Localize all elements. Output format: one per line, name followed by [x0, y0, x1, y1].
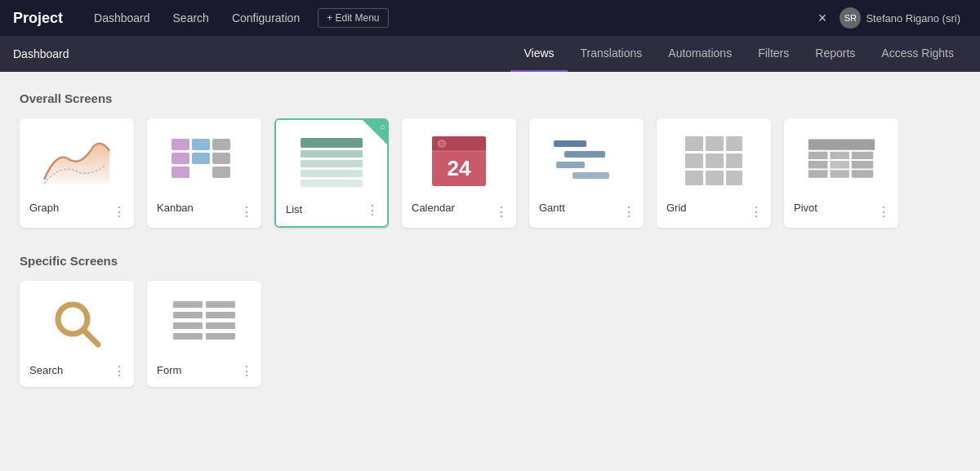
svg-rect-37 — [830, 161, 849, 168]
svg-rect-39 — [808, 170, 827, 177]
svg-rect-20 — [564, 151, 605, 158]
overall-screens-row: Graph ⋮ Kanban — [20, 118, 960, 228]
user-name: Stefano Rigano (sri) — [866, 12, 960, 24]
svg-rect-45 — [206, 301, 235, 308]
card-kanban-label: Kanban — [157, 202, 194, 214]
svg-rect-12 — [301, 180, 363, 187]
card-kanban-menu[interactable]: ⋮ — [240, 204, 253, 220]
svg-rect-29 — [685, 171, 703, 185]
main-content: Overall Screens Graph — [0, 72, 980, 471]
card-calendar-icon-area: 24 — [412, 128, 506, 193]
top-navigation: Project Dashboard Search Configuration +… — [0, 0, 980, 36]
grid-icon — [684, 135, 745, 188]
card-list-label: List — [286, 203, 302, 216]
svg-rect-8 — [301, 138, 363, 148]
specific-screens-title: Specific Screens — [20, 254, 960, 268]
second-navigation: Dashboard Views Translations Automations… — [0, 36, 980, 72]
card-gantt-label: Gantt — [539, 202, 565, 214]
svg-rect-41 — [851, 170, 872, 177]
svg-rect-25 — [726, 136, 742, 151]
svg-line-43 — [83, 330, 98, 344]
card-form[interactable]: Form ⋮ — [147, 281, 261, 387]
svg-rect-36 — [808, 161, 827, 168]
user-info: SR Stefano Rigano (sri) — [833, 7, 967, 29]
home-icon: ⌂ — [381, 122, 385, 131]
tab-automations[interactable]: Automations — [655, 36, 745, 72]
svg-rect-35 — [851, 152, 872, 159]
card-grid-label: Grid — [666, 202, 687, 214]
svg-rect-33 — [808, 152, 827, 159]
svg-rect-34 — [830, 152, 849, 159]
overall-screens-title: Overall Screens — [20, 91, 960, 105]
card-gantt-menu[interactable]: ⋮ — [622, 204, 635, 220]
edit-menu-button[interactable]: + Edit Menu — [318, 8, 388, 28]
svg-rect-27 — [706, 153, 724, 168]
kanban-icon — [170, 135, 239, 188]
svg-rect-9 — [301, 150, 363, 158]
card-list-menu[interactable]: ⋮ — [366, 202, 379, 218]
svg-rect-23 — [685, 136, 703, 151]
tab-views[interactable]: Views — [510, 36, 567, 72]
card-calendar-label: Calendar — [412, 202, 455, 214]
card-list[interactable]: ⌂ List ⋮ — [274, 118, 389, 228]
graph-icon — [40, 135, 114, 188]
card-search-icon-area — [29, 291, 124, 356]
svg-rect-26 — [685, 153, 703, 168]
svg-rect-2 — [172, 167, 189, 178]
card-pivot-menu[interactable]: ⋮ — [877, 204, 890, 220]
breadcrumb: Dashboard — [13, 47, 69, 60]
svg-rect-51 — [206, 333, 235, 340]
svg-point-17 — [439, 141, 444, 146]
svg-rect-44 — [173, 301, 203, 308]
card-calendar[interactable]: 24 Calendar ⋮ — [402, 118, 516, 228]
card-graph-menu[interactable]: ⋮ — [113, 204, 126, 220]
card-grid[interactable]: Grid ⋮ — [657, 118, 771, 228]
card-form-menu[interactable]: ⋮ — [240, 363, 253, 379]
svg-rect-28 — [726, 153, 742, 168]
specific-screens-row: Search ⋮ Form ⋮ — [20, 281, 960, 387]
card-pivot[interactable]: Pivot ⋮ — [784, 118, 898, 228]
card-search-label: Search — [29, 364, 63, 376]
svg-rect-10 — [301, 160, 363, 167]
nav-configuration[interactable]: Configuration — [220, 0, 311, 36]
svg-text:24: 24 — [448, 156, 471, 180]
svg-rect-6 — [212, 153, 230, 164]
tab-filters[interactable]: Filters — [745, 36, 802, 72]
close-icon[interactable]: × — [812, 10, 834, 27]
svg-rect-32 — [808, 140, 874, 150]
nav-search[interactable]: Search — [162, 0, 220, 36]
pivot-icon — [807, 136, 876, 185]
svg-rect-3 — [192, 139, 210, 150]
card-form-label: Form — [157, 364, 181, 376]
tab-reports[interactable]: Reports — [802, 36, 868, 72]
card-graph[interactable]: Graph ⋮ — [20, 118, 134, 228]
search-view-icon — [51, 297, 104, 350]
svg-rect-7 — [212, 167, 230, 178]
svg-rect-38 — [851, 161, 872, 168]
card-gantt[interactable]: Gantt ⋮ — [529, 118, 644, 228]
tab-translations[interactable]: Translations — [568, 36, 656, 72]
card-search[interactable]: Search ⋮ — [20, 281, 134, 387]
card-grid-menu[interactable]: ⋮ — [750, 204, 763, 220]
card-calendar-menu[interactable]: ⋮ — [495, 204, 508, 220]
svg-rect-21 — [556, 162, 585, 168]
avatar: SR — [840, 7, 861, 29]
svg-rect-47 — [206, 312, 235, 318]
svg-rect-19 — [554, 140, 586, 147]
card-grid-icon-area — [666, 128, 761, 193]
card-kanban[interactable]: Kanban ⋮ — [147, 118, 261, 228]
svg-rect-31 — [726, 171, 742, 185]
nav-dashboard[interactable]: Dashboard — [82, 0, 162, 36]
card-kanban-icon-area — [157, 128, 252, 193]
svg-rect-48 — [173, 322, 203, 329]
svg-rect-40 — [830, 170, 849, 177]
svg-rect-11 — [301, 170, 363, 177]
card-pivot-icon-area — [794, 128, 889, 193]
calendar-icon: 24 — [430, 135, 488, 188]
svg-rect-49 — [206, 322, 235, 329]
svg-rect-22 — [572, 172, 609, 179]
tab-access-rights[interactable]: Access Rights — [868, 36, 967, 72]
card-search-menu[interactable]: ⋮ — [113, 363, 126, 379]
card-gantt-icon-area — [539, 128, 634, 193]
list-icon — [299, 136, 364, 189]
